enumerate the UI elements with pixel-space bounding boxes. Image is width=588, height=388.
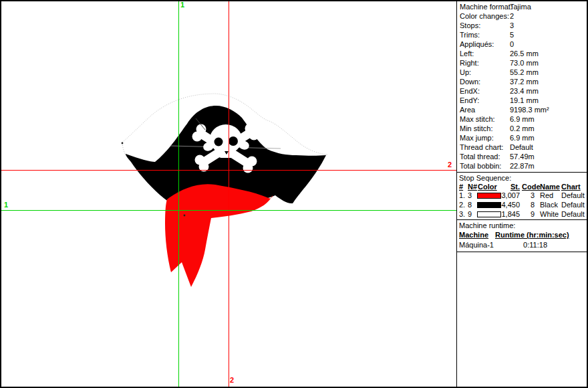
stat-label: EndX: [460,86,480,96]
stop-sequence-title: Stop Sequence: [457,173,588,183]
stat-row: Trims: 5 [457,30,588,39]
stat-label: Thread chart: [460,142,503,152]
stat-label: Stops: [460,21,480,30]
stat-value: 57.49m [510,152,535,161]
design-info-panel: Machine format: Tajima Color changes: 2 … [456,0,588,388]
stop-sequence-rows: 1. 3 3,007 3 Red Default 2. 8 4,450 [457,191,588,219]
vertical-guide-2[interactable] [229,1,229,387]
stop-chart: Default [561,210,585,219]
stat-label: Max jump: [460,133,494,142]
stat-value: 6.9 mm [510,133,535,142]
col-header-needle: N# [468,183,477,191]
guide-label-2-bottom: 2 [230,377,234,384]
stop-num: 2. [459,201,465,209]
stop-sequence-row[interactable]: 2. 8 4,450 8 Black Default [457,201,588,210]
stat-value: 23.4 mm [510,86,539,96]
stat-value: 0 [510,39,514,49]
stop-stitch-count: 1,845 [494,210,520,219]
runtime-rows: Máquina-1 0:11:18 [457,240,588,250]
stat-row: Appliqués: 0 [457,39,588,49]
stat-value: 73.0 mm [510,58,539,68]
stat-label: EndY: [460,96,479,105]
stat-label: Machine format: [460,2,512,11]
stop-sequence-header-row: # N# Color St. Code Name Chart [457,183,588,191]
stat-row: Min stitch: 0.2 mm [457,124,588,133]
horizontal-guide-2[interactable] [1,170,456,171]
machine-runtime-value: 0:11:18 [495,240,547,250]
machine-stats-list: Machine format: Tajima Color changes: 2 … [457,0,588,171]
stop-code: 8 [522,201,535,209]
needle-dot [184,215,186,217]
guide-label-2-right: 2 [448,161,452,169]
stop-code: 3 [522,191,535,200]
stat-value: Default [510,142,533,152]
stat-value: 9198.3 mm² [510,105,549,114]
col-header-chart: Chart [561,183,581,191]
stop-code: 9 [522,210,535,219]
stat-label: Down: [460,77,480,86]
col-header-code: Code [522,183,541,191]
stat-value: 5 [510,30,514,39]
stop-color-name: White [540,210,559,219]
runtime-header-row: Machine Runtime (hr:min:sec) [457,230,588,240]
stop-color-name: Black [540,201,558,209]
stop-sequence-section: Stop Sequence: # N# Color St. Code Name … [457,172,588,219]
stat-label: Total thread: [460,152,500,161]
stat-row: Left: 26.5 mm [457,49,588,58]
stat-row: Max jump: 6.9 mm [457,133,588,142]
stat-value: 22.87m [510,161,535,171]
stat-row: Color changes: 2 [457,11,588,21]
stat-row: Stops: 3 [457,21,588,30]
stat-label: Max stitch: [460,114,495,124]
col-header-stitches: St. [494,183,520,191]
stop-needle: 9 [468,210,472,219]
stat-value: 37.2 mm [510,77,539,86]
stat-value: 0.2 mm [510,124,535,133]
stop-chart: Default [561,201,585,209]
stat-value: 6.9 mm [510,114,535,124]
bandana-shape [165,184,273,287]
stat-label: Total bobbin: [460,161,501,171]
stat-row: Machine format: Tajima [457,2,588,11]
stat-row: Down: 37.2 mm [457,77,588,86]
stat-label: Up: [460,68,471,77]
guide-label-1-top: 1 [180,1,184,9]
machine-name: Máquina-1 [459,240,494,250]
stop-needle: 8 [468,201,472,209]
needle-dot [122,142,124,144]
stat-label: Left: [460,49,474,58]
runtime-row[interactable]: Máquina-1 0:11:18 [457,240,588,250]
stop-sequence-row[interactable]: 3. 9 1,845 9 White Default [457,210,588,219]
col-header-name: Name [540,183,560,191]
stat-value: 3 [510,21,514,30]
col-header-runtime: Runtime (hr:min:sec) [495,230,569,240]
machine-runtime-title: Machine runtime: [457,221,588,230]
horizontal-guide-1[interactable] [1,210,456,211]
embroidery-design[interactable] [120,92,335,293]
stat-value: Tajima [510,2,531,11]
vertical-guide-1[interactable] [178,1,179,387]
stop-color-name: Red [540,191,553,200]
guide-label-1-left: 1 [4,201,8,209]
stat-row: EndX: 23.4 mm [457,86,588,96]
stop-num: 1. [459,191,465,200]
stat-row: Area 9198.3 mm² [457,105,588,114]
stop-stitch-count: 3,007 [494,191,520,200]
col-header-machine: Machine [459,230,488,240]
stat-value: 26.5 mm [510,49,539,58]
machine-runtime-section: Machine runtime: Machine Runtime (hr:min… [457,219,588,252]
stat-row: Total bobbin: 22.87m [457,161,588,171]
stop-sequence-row[interactable]: 1. 3 3,007 3 Red Default [457,191,588,201]
col-header-num: # [459,183,463,191]
stat-row: Total thread: 57.49m [457,152,588,161]
stat-row: Max stitch: 6.9 mm [457,114,588,124]
stat-value: 19.1 mm [510,96,539,105]
stat-label: Right: [460,58,479,68]
stat-label: Trims: [460,30,480,39]
stat-label: Area [460,105,475,114]
stat-value: 2 [510,11,514,21]
stat-label: Appliqués: [460,39,494,49]
stat-row: EndY: 19.1 mm [457,96,588,105]
stop-stitch-count: 4,450 [494,201,520,209]
stat-row: Right: 73.0 mm [457,58,588,68]
